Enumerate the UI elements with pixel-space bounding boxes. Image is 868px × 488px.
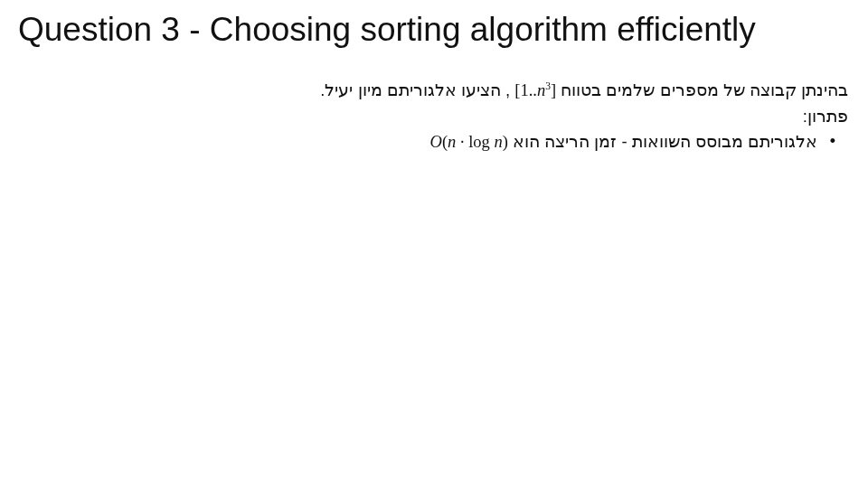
- variable-n: n: [448, 133, 456, 151]
- slide-body: בהינתן קבוצה של מספרים שלמים בטווח [1..n…: [81, 78, 848, 155]
- problem-text-post: , הציעו אלגוריתם מיון יעיל.: [320, 80, 510, 99]
- range-expression: [1..n3]: [514, 78, 556, 104]
- variable-n: n: [494, 133, 502, 151]
- solution-label: פתרון:: [81, 104, 848, 130]
- problem-text-pre: בהינתן קבוצה של מספרים שלמים בטווח: [556, 80, 848, 99]
- big-o-symbol: O: [430, 133, 442, 151]
- solution-bullet-1: אלגוריתם מבוסס השוואות - זמן הריצה הוא O…: [81, 129, 848, 155]
- big-o-expression: O(n · log n): [430, 129, 508, 155]
- bullet-text: אלגוריתם מבוסס השוואות - זמן הריצה הוא: [508, 132, 817, 151]
- log-operator: log: [468, 133, 494, 151]
- slide-title: Question 3 - Choosing sorting algorithm …: [18, 11, 850, 49]
- variable-n: n: [537, 81, 545, 99]
- dot-operator: ·: [456, 133, 468, 151]
- slide: Question 3 - Choosing sorting algorithm …: [0, 0, 868, 488]
- range-open: [1..: [514, 81, 537, 99]
- problem-statement: בהינתן קבוצה של מספרים שלמים בטווח [1..n…: [81, 78, 848, 104]
